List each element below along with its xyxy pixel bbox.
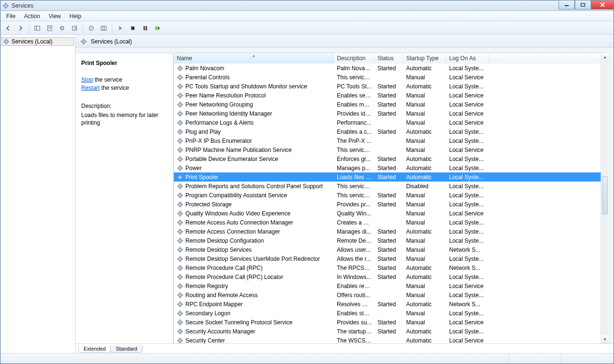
help-button[interactable]: ? [86, 23, 97, 33]
properties-button[interactable] [44, 23, 55, 33]
scroll-down-button[interactable]: ▼ [601, 335, 609, 343]
service-startup: Automatic [403, 337, 446, 344]
gear-icon [177, 156, 183, 162]
table-row[interactable]: Quality Windows Audio Video ExperienceQu… [174, 209, 609, 218]
table-row[interactable]: Remote Access Auto Connection ManagerCre… [174, 218, 609, 227]
column-header-name[interactable]: Name ▲ [174, 53, 334, 64]
scroll-up-button[interactable]: ▲ [601, 53, 609, 61]
menu-action[interactable]: Action [20, 12, 43, 21]
service-startup: Automatic [403, 265, 446, 271]
service-name: Plug and Play [185, 128, 221, 135]
menu-help[interactable]: Help [66, 12, 86, 21]
service-name: Parental Controls [185, 74, 230, 81]
forward-button[interactable] [15, 23, 26, 33]
gear-icon [177, 192, 183, 199]
restart-service-link[interactable]: Restart [81, 85, 100, 91]
tab-extended[interactable]: Extended [78, 345, 111, 353]
service-logon: Local Syste... [446, 201, 489, 208]
column-chooser-button[interactable] [98, 23, 109, 33]
table-row[interactable]: Remote Procedure Call (RPC)The RPCSS ...… [174, 263, 609, 272]
table-row[interactable]: Remote Desktop ConfigurationRemote Des..… [174, 236, 609, 245]
back-button[interactable] [2, 23, 14, 33]
gear-icon [177, 92, 183, 99]
table-row[interactable]: Protected StorageProvides pr...StartedMa… [174, 200, 609, 209]
table-row[interactable]: Routing and Remote AccessOffers routi...… [174, 290, 609, 300]
table-row[interactable]: Remote Procedure Call (RPC) LocatorIn Wi… [174, 272, 609, 281]
column-header-status[interactable]: Status [375, 53, 403, 64]
menu-view[interactable]: View [45, 12, 65, 21]
gear-icon [177, 165, 183, 171]
stop-service-button[interactable] [127, 23, 139, 33]
table-row[interactable]: Remote RegistryEnables rem...ManualLocal… [174, 281, 609, 290]
table-row[interactable]: Plug and PlayEnables a c...StartedAutoma… [174, 127, 609, 136]
svg-text:?: ? [90, 26, 92, 30]
scroll-thumb[interactable] [602, 176, 608, 214]
column-header-description[interactable]: Description [334, 53, 375, 64]
table-row[interactable]: Security Accounts ManagerThe startup ...… [174, 327, 609, 336]
table-row[interactable]: Parental ControlsThis service ...ManualL… [174, 73, 609, 82]
table-row[interactable]: PowerManages p...StartedAutomaticLocal S… [174, 163, 609, 172]
service-startup: Automatic [403, 65, 446, 72]
table-row[interactable]: PnP-X IP Bus EnumeratorThe PnP-X ...Manu… [174, 136, 609, 145]
list-body[interactable]: Palm NovacomPalm Novac...StartedAutomati… [174, 64, 609, 343]
tab-standard[interactable]: Standard [110, 345, 142, 353]
service-status: Started [375, 265, 403, 271]
service-description: This service ... [334, 74, 375, 81]
service-logon: Local Syste... [446, 128, 489, 135]
table-row[interactable]: Peer Name Resolution ProtocolEnables ser… [174, 91, 609, 100]
service-name: Palm Novacom [185, 65, 224, 72]
tree-pane: Services (Local) [0, 35, 75, 353]
table-row[interactable]: Secure Socket Tunneling Protocol Service… [174, 318, 609, 327]
toolbar-separator [29, 23, 29, 33]
table-row[interactable]: Program Compatibility Assistant ServiceT… [174, 191, 609, 200]
table-row[interactable]: Secondary LogonEnables star...ManualLoca… [174, 309, 609, 318]
restart-service-button[interactable] [152, 23, 163, 33]
table-row[interactable]: Problem Reports and Solutions Control Pa… [174, 182, 609, 191]
table-row[interactable]: Remote Access Connection ManagerManages … [174, 227, 609, 236]
service-name: Power [185, 165, 202, 171]
column-header-startup[interactable]: Startup Type [403, 53, 446, 64]
titlebar[interactable]: Services [0, 0, 614, 11]
menu-file[interactable]: File [2, 12, 19, 21]
maximize-button[interactable] [575, 0, 591, 10]
table-row[interactable]: RPC Endpoint MapperResolves RP...Started… [174, 300, 609, 309]
service-logon: Local Syste... [446, 310, 489, 317]
table-row[interactable]: PNRP Machine Name Publication ServiceThi… [174, 145, 609, 154]
window-title: Services [11, 2, 612, 9]
vertical-scrollbar[interactable]: ▲ ▼ [601, 53, 609, 343]
close-button[interactable] [591, 0, 614, 10]
list-header: Name ▲ Description Status Startup Type L… [174, 53, 609, 64]
selected-service-name: Print Spooler [81, 60, 168, 66]
svg-rect-21 [131, 26, 135, 30]
table-row[interactable]: Remote Desktop ServicesAllows user...Sta… [174, 245, 609, 254]
table-row[interactable]: Peer Networking Identity ManagerProvides… [174, 109, 609, 118]
table-row[interactable]: Print SpoolerLoads files t...StartedAuto… [174, 172, 609, 182]
table-row[interactable]: Performance Logs & AlertsPerformanc...Ma… [174, 118, 609, 127]
service-description: Allows user... [334, 246, 375, 253]
export-button[interactable] [69, 23, 80, 33]
table-row[interactable]: Peer Networking GroupingEnables mul...St… [174, 100, 609, 109]
minimize-button[interactable] [559, 0, 575, 10]
gear-icon [177, 337, 183, 344]
service-name: Quality Windows Audio Video Experience [185, 210, 291, 217]
show-hide-tree-button[interactable] [32, 23, 43, 33]
service-startup: Automatic [403, 228, 446, 235]
table-row[interactable]: PC Tools Startup and Shutdown Monitor se… [174, 82, 609, 91]
gear-icon [177, 101, 183, 108]
pause-service-button[interactable] [140, 23, 151, 33]
service-status: Started [375, 65, 403, 72]
gear-icon [177, 174, 183, 181]
refresh-button[interactable] [56, 23, 68, 33]
table-row[interactable]: Portable Device Enumerator ServiceEnforc… [174, 154, 609, 163]
gear-icon [177, 65, 183, 72]
service-logon: Local Service [446, 337, 489, 344]
table-row[interactable]: Remote Desktop Services UserMode Port Re… [174, 254, 609, 263]
stop-service-link[interactable]: Stop [81, 76, 93, 83]
start-service-button[interactable] [115, 23, 126, 33]
tree-item-services-local[interactable]: Services (Local) [1, 37, 74, 46]
column-header-logon[interactable]: Log On As [446, 53, 489, 64]
table-row[interactable]: Palm NovacomPalm Novac...StartedAutomati… [174, 64, 609, 73]
service-logon: Local Syste... [446, 165, 489, 171]
scroll-track[interactable] [601, 61, 609, 335]
table-row[interactable]: Security CenterThe WSCSV...AutomaticLoca… [174, 336, 609, 343]
